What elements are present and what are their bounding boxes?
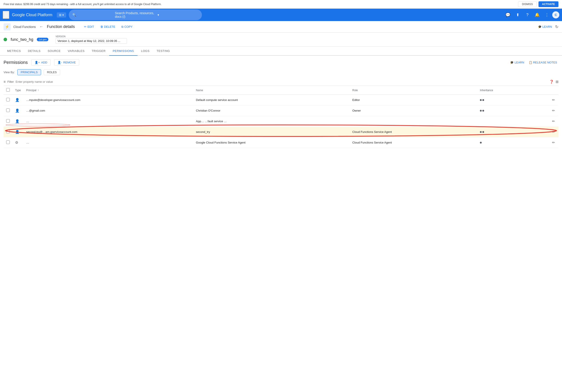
row-edit-cell: ✏ <box>530 95 558 105</box>
row-name-cell: second_try <box>193 127 350 137</box>
th-type: Type <box>12 86 23 95</box>
principal-email: …@gmail.com <box>26 109 45 112</box>
tab-source[interactable]: SOURCE <box>44 46 64 56</box>
dismiss-button[interactable]: DISMISS <box>518 1 537 7</box>
tab-testing[interactable]: TESTING <box>153 46 174 56</box>
tab-metrics[interactable]: METRICS <box>4 46 24 56</box>
copy-label: COPY <box>124 25 132 28</box>
table-row: 👤 …@gmail.com Christian O'Connor Owner <box>4 105 558 116</box>
hamburger-menu[interactable]: ☰ <box>3 11 9 19</box>
row-role-cell: Editor <box>350 95 477 105</box>
tab-details[interactable]: DETAILS <box>24 46 44 56</box>
row-edit-button[interactable]: ✏ <box>551 129 556 135</box>
th-inheritance: Inheritance <box>477 86 530 95</box>
banner-actions: DISMISS ACTIVATE <box>518 1 558 7</box>
row-name-cell: App… …fault service … <box>193 116 350 127</box>
tab-trigger[interactable]: TRIGGER <box>88 46 109 56</box>
release-notes-label: RELEASE NOTES <box>533 61 557 64</box>
row-checkbox-cell <box>4 137 12 148</box>
table-row: ⚙ … Google Cloud Functions Service Agent… <box>4 137 558 148</box>
view-by-principals[interactable]: PRINCIPALS <box>17 69 41 75</box>
tab-permissions[interactable]: PERMISSIONS <box>109 46 138 56</box>
search-placeholder: Search Products, resources, docs (/) <box>115 11 156 18</box>
filter-label: Filter <box>7 80 14 83</box>
perm-learn-button[interactable]: 🎓 LEARN <box>509 59 525 65</box>
project-selector[interactable]: ⊞ ▾ <box>57 12 66 18</box>
row-checkbox[interactable] <box>6 98 10 101</box>
learn-label: LEARN <box>542 25 552 28</box>
delete-button[interactable]: 🗑 DELETE <box>98 24 117 30</box>
header-icons: 💬 ⬆ ? 🔔 ⋮ C <box>503 11 559 19</box>
gen-badge: 1st gen <box>37 38 48 41</box>
row-edit-button[interactable]: ✏ <box>551 108 556 114</box>
row-edit-button[interactable]: ✏ <box>551 118 556 124</box>
view-by-roles[interactable]: ROLES <box>44 69 60 75</box>
row-principal-cell: … <box>23 137 193 148</box>
banner-text: Free trial status: $299.99 credit and 73… <box>4 3 162 6</box>
delete-icon: 🗑 <box>100 25 103 28</box>
function-name: func_two_hg <box>11 37 33 42</box>
version-label: Version <box>56 35 127 38</box>
project-chip-icon: ⊞ <box>59 13 61 17</box>
notifications-icon-button[interactable]: 🔔 <box>533 11 542 19</box>
row-name-cell: Google Cloud Functions Service Agent <box>193 137 350 148</box>
version-select[interactable]: Version 1, deployed at May 12, 2022, 10:… <box>56 38 127 44</box>
row-name-cell: Default compute service account <box>193 95 350 105</box>
row-edit-button[interactable]: ✏ <box>551 97 556 103</box>
avatar[interactable]: C <box>552 11 559 18</box>
row-edit-cell: ✏ <box>530 127 558 137</box>
table-wrapper: Type Principal ↑ Name Role <box>4 86 558 148</box>
back-button[interactable]: ← <box>38 23 44 30</box>
remove-label: REMOVE <box>63 61 76 64</box>
permissions-table: Type Principal ↑ Name Role <box>4 86 558 148</box>
tab-variables[interactable]: VARIABLES <box>64 46 88 56</box>
breadcrumb-service: Cloud Functions <box>13 25 36 29</box>
breadcrumb-actions: ✏ EDIT 🗑 DELETE ⧉ COPY <box>82 24 135 30</box>
activate-button[interactable]: ACTIVATE <box>539 1 558 7</box>
row-edit-cell: ✏ <box>530 137 558 148</box>
copy-button[interactable]: ⧉ COPY <box>119 24 135 30</box>
function-info-bar: func_two_hg 1st gen Version Version 1, d… <box>0 33 562 46</box>
search-bar[interactable]: 🔍 Search Products, resources, docs (/) ▾ <box>69 10 202 20</box>
edit-label: EDIT <box>87 25 94 28</box>
add-button[interactable]: 👤+ ADD <box>31 59 51 66</box>
service-account-icon: 👤 <box>15 130 20 134</box>
refresh-button[interactable]: ↻ <box>555 24 558 29</box>
row-checkbox[interactable] <box>6 130 10 133</box>
th-principal[interactable]: Principal ↑ <box>23 86 193 95</box>
help-circle-icon[interactable]: ❓ <box>549 80 554 84</box>
cloud-upload-icon-button[interactable]: ⬆ <box>513 11 522 19</box>
row-edit-button[interactable]: ✏ <box>551 139 556 146</box>
row-checkbox[interactable] <box>6 140 10 144</box>
dot <box>480 131 482 133</box>
filter-right: ❓ ⊞ <box>549 80 558 84</box>
chat-icon-button[interactable]: 💬 <box>503 11 512 19</box>
filter-input[interactable] <box>15 80 548 83</box>
row-checkbox[interactable] <box>6 108 10 112</box>
edit-button[interactable]: ✏ EDIT <box>82 24 96 30</box>
top-banner: Free trial status: $299.99 credit and 73… <box>0 0 562 9</box>
select-all-checkbox[interactable] <box>6 88 10 92</box>
remove-button[interactable]: 👤- REMOVE <box>54 59 79 66</box>
help-icon-button[interactable]: ? <box>523 11 532 19</box>
principal-email: …mpute@developer.gserviceaccount.com <box>26 98 80 102</box>
learn-button[interactable]: 🎓 LEARN <box>537 24 553 30</box>
release-notes-button[interactable]: 📋 RELEASE NOTES <box>527 59 558 65</box>
columns-icon[interactable]: ⊞ <box>556 80 558 84</box>
row-role-cell <box>350 116 477 127</box>
row-principal-cell: …mpute@developer.gserviceaccount.com <box>23 95 193 105</box>
more-icon-button[interactable]: ⋮ <box>542 11 551 19</box>
inheritance-dots <box>480 110 527 112</box>
row-role-cell: Owner <box>350 105 477 116</box>
row-checkbox[interactable] <box>6 119 10 123</box>
inheritance-dots <box>480 99 527 101</box>
dot <box>482 110 484 112</box>
tab-logs[interactable]: LOGS <box>138 46 153 56</box>
perm-right-actions: 🎓 LEARN 📋 RELEASE NOTES <box>509 59 558 65</box>
row-edit-cell: ✏ <box>530 116 558 127</box>
sort-icon: ↑ <box>37 89 39 92</box>
th-checkbox <box>4 86 12 95</box>
inheritance-dots <box>480 142 527 144</box>
row-type-cell: ⚙ <box>12 137 23 148</box>
principal-email: … <box>26 141 29 144</box>
